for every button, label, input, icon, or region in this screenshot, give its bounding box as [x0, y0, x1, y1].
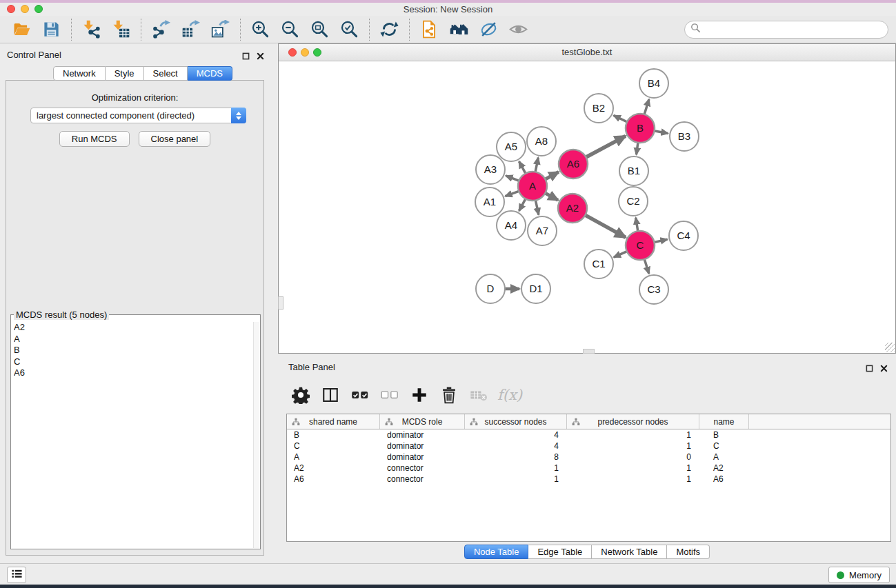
- export-image-button[interactable]: [206, 17, 235, 42]
- cell-MCDS-role[interactable]: dominator: [380, 429, 465, 440]
- node-C3[interactable]: C3: [639, 275, 668, 304]
- open-file-button[interactable]: [7, 17, 37, 42]
- result-node[interactable]: A6: [14, 367, 250, 379]
- edge-A-A1[interactable]: [506, 191, 521, 196]
- zoom-in-button[interactable]: [246, 17, 275, 42]
- network-maximize-button[interactable]: [313, 48, 321, 57]
- close-table-panel-icon[interactable]: [880, 363, 888, 375]
- edge-A-A7[interactable]: [535, 199, 539, 215]
- result-node[interactable]: A: [14, 334, 250, 345]
- cell-name[interactable]: B: [699, 429, 749, 440]
- import-table-button[interactable]: [106, 17, 136, 42]
- tab-edge-table[interactable]: Edge Table: [528, 545, 592, 559]
- node-A[interactable]: A: [518, 172, 547, 201]
- cell-name[interactable]: A: [699, 452, 749, 463]
- node-B1[interactable]: B1: [619, 156, 648, 185]
- cell-successor-nodes[interactable]: 4: [465, 440, 567, 452]
- edge-A-A3[interactable]: [506, 176, 520, 181]
- import-network-button[interactable]: [77, 17, 106, 42]
- column-settings-button[interactable]: [288, 382, 314, 408]
- node-C1[interactable]: C1: [584, 250, 613, 278]
- node-A1[interactable]: A1: [475, 187, 504, 216]
- save-session-button[interactable]: [37, 17, 66, 42]
- show-graphics-button[interactable]: [504, 17, 533, 42]
- network-window-titlebar[interactable]: testGlobe.txt: [279, 44, 895, 61]
- edge-B-B3[interactable]: [653, 131, 668, 134]
- cell-MCDS-role[interactable]: dominator: [380, 440, 465, 452]
- tab-network[interactable]: Network: [53, 66, 106, 81]
- search-input[interactable]: [701, 24, 888, 34]
- deselect-all-rows-button[interactable]: [377, 382, 403, 408]
- birdseye-handle-bottom[interactable]: [583, 349, 595, 354]
- node-A3[interactable]: A3: [476, 155, 505, 184]
- node-A4[interactable]: A4: [497, 211, 526, 240]
- zoom-fit-button[interactable]: [305, 17, 335, 42]
- node-C4[interactable]: C4: [669, 221, 698, 250]
- cell-shared-name[interactable]: C: [287, 440, 380, 452]
- task-history-button[interactable]: [7, 567, 26, 583]
- edge-B-B2[interactable]: [614, 115, 628, 122]
- column-header-successor-nodes[interactable]: successor nodes: [465, 414, 567, 429]
- cell-MCDS-role[interactable]: connector: [380, 463, 465, 474]
- cell-successor-nodes[interactable]: 1: [465, 474, 567, 485]
- table-row[interactable]: Adominator80A: [287, 452, 890, 463]
- export-table-button[interactable]: [176, 17, 206, 42]
- cell-predecessor-nodes[interactable]: 1: [567, 429, 699, 440]
- column-header-shared-name[interactable]: shared name: [287, 414, 380, 429]
- cell-shared-name[interactable]: A6: [287, 474, 380, 485]
- table-row[interactable]: A6connector11A6: [287, 474, 890, 485]
- tab-select[interactable]: Select: [144, 66, 188, 81]
- edge-A-A4[interactable]: [519, 198, 526, 211]
- node-D[interactable]: D: [476, 274, 505, 303]
- network-minimize-button[interactable]: [301, 48, 309, 57]
- search-box[interactable]: [684, 21, 888, 39]
- edge-A-A6[interactable]: [544, 172, 559, 179]
- mcds-result-list[interactable]: A2ABCA6: [14, 322, 250, 547]
- cell-name[interactable]: A2: [699, 463, 749, 474]
- edge-C-C1[interactable]: [614, 251, 628, 257]
- node-A8[interactable]: A8: [527, 127, 556, 156]
- zoom-out-button[interactable]: [275, 17, 305, 42]
- node-B[interactable]: B: [626, 114, 655, 143]
- node-D1[interactable]: D1: [521, 274, 550, 303]
- toggle-table-mode-button[interactable]: [317, 382, 344, 408]
- cell-shared-name[interactable]: A2: [287, 463, 380, 474]
- edge-C-C3[interactable]: [644, 258, 649, 274]
- result-scrollbar[interactable]: [253, 322, 259, 548]
- network-close-button[interactable]: [288, 48, 297, 57]
- toggle-graphics-details-button[interactable]: [474, 17, 504, 42]
- node-A2[interactable]: A2: [558, 194, 587, 223]
- node-C[interactable]: C: [626, 231, 655, 260]
- cell-successor-nodes[interactable]: 8: [465, 452, 567, 463]
- edge-A-A5[interactable]: [519, 161, 526, 174]
- node-C2[interactable]: C2: [619, 187, 648, 216]
- maximize-window-button[interactable]: [34, 5, 43, 13]
- float-table-panel-icon[interactable]: [866, 363, 873, 375]
- delete-columns-button[interactable]: [436, 382, 462, 408]
- first-neighbors-button[interactable]: [444, 17, 474, 42]
- cell-name[interactable]: C: [699, 440, 749, 452]
- node-A6[interactable]: A6: [559, 150, 588, 179]
- edge-A-A8[interactable]: [535, 158, 539, 174]
- node-A7[interactable]: A7: [528, 216, 557, 245]
- network-canvas[interactable]: AA1A2A3A4A5A6A7A8BB1B2B3B4CC1C2C3C4DD1: [279, 61, 895, 353]
- edge-A-A2[interactable]: [544, 192, 558, 200]
- criterion-dropdown[interactable]: largest connected component (directed): [30, 108, 246, 123]
- zoom-selected-button[interactable]: [335, 17, 364, 42]
- clone-network-button[interactable]: [415, 17, 444, 42]
- birdseye-handle-left[interactable]: [278, 296, 283, 310]
- create-column-button[interactable]: [406, 382, 432, 408]
- tab-motifs[interactable]: Motifs: [667, 545, 710, 559]
- column-header-MCDS-role[interactable]: MCDS role: [380, 414, 465, 429]
- cell-shared-name[interactable]: A: [287, 452, 380, 463]
- cell-successor-nodes[interactable]: 1: [465, 463, 567, 474]
- edge-A6-B[interactable]: [585, 136, 626, 158]
- close-window-button[interactable]: [7, 5, 15, 13]
- table-row[interactable]: Cdominator41C: [287, 440, 890, 452]
- tab-mcds[interactable]: MCDS: [188, 66, 232, 81]
- cell-shared-name[interactable]: B: [287, 429, 380, 440]
- network-graph[interactable]: AA1A2A3A4A5A6A7A8BB1B2B3B4CC1C2C3C4DD1: [279, 61, 895, 353]
- tab-node-table[interactable]: Node Table: [464, 545, 529, 559]
- result-node[interactable]: B: [14, 345, 250, 356]
- resize-grip[interactable]: [885, 343, 895, 352]
